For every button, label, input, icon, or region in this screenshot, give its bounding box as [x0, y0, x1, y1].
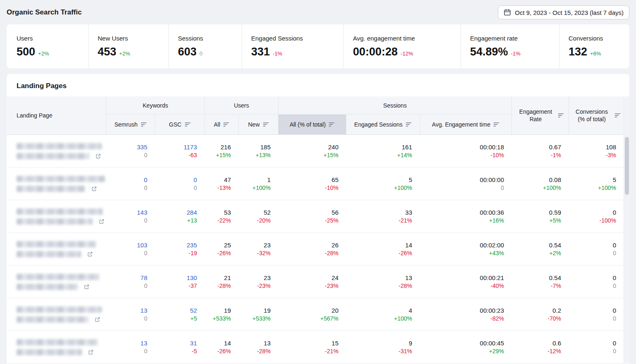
calendar-icon	[504, 9, 511, 16]
cell-value: 21	[224, 274, 231, 281]
semrush-value-link[interactable]: 13	[140, 340, 147, 347]
cell-engaged-sessions: 4+100%	[346, 298, 420, 330]
table-scrollbar-thumb[interactable]	[625, 137, 629, 195]
external-link-icon[interactable]	[88, 349, 94, 355]
column-header-semrush[interactable]: Semrush	[106, 115, 155, 134]
cell-delta: -22%	[217, 217, 231, 224]
sort-icon	[263, 122, 269, 127]
cell-delta: +100%	[252, 184, 271, 191]
sort-icon	[614, 113, 621, 118]
external-link-icon[interactable]	[98, 218, 105, 225]
table-header: Landing Page Keywords Users Sessions Eng…	[7, 96, 624, 135]
redacted-landing-page-text	[17, 284, 78, 290]
cell-value: 14	[224, 340, 231, 347]
gsc-value-link[interactable]: 235	[187, 242, 197, 249]
gsc-value-link[interactable]: 130	[187, 274, 197, 281]
cell-delta: -28%	[325, 250, 338, 256]
cell-value: 65	[331, 176, 338, 183]
stat-label: Users	[17, 35, 88, 42]
cell-value: 108	[606, 144, 616, 151]
cell-value: 00:00:45	[480, 340, 504, 347]
cell-delta: +533%	[252, 315, 271, 322]
landing-pages-title: Landing Pages	[7, 74, 629, 96]
cell-delta: -32%	[257, 250, 271, 256]
external-link-icon[interactable]	[84, 284, 90, 290]
gsc-value-link[interactable]: 284	[187, 209, 197, 216]
cell-value: 20	[331, 307, 338, 314]
cell-value: 4	[409, 307, 412, 314]
semrush-value-link[interactable]: 13	[140, 307, 147, 314]
table-scrollbar[interactable]	[624, 96, 629, 364]
table-row: 13031-514-26%13-28%15-21%9-31%00:00:45+2…	[7, 331, 624, 364]
semrush-value-link[interactable]: 0	[144, 176, 147, 183]
cell-value: 0	[613, 242, 616, 249]
stat-label: Conversions	[569, 35, 629, 42]
stat-conversions: Conversions 132 +6%	[559, 24, 629, 68]
cell-delta: 0	[613, 250, 616, 256]
cell-delta: +15%	[216, 152, 231, 158]
cell-value: 23	[264, 274, 271, 281]
cell-value: 13	[405, 274, 412, 281]
cell-users-new: 185+13%	[238, 135, 278, 167]
column-header-users-new[interactable]: New	[238, 115, 278, 134]
cell-delta: +14%	[397, 152, 412, 158]
cell-value: 0.59	[549, 209, 561, 216]
cell-avg-engagement-time: 00:00:000	[420, 168, 511, 200]
cell-delta: +533%	[213, 315, 231, 322]
cell-value: 00:00:18	[480, 144, 504, 151]
column-header-avg-engagement-time[interactable]: Avg. Engagement time	[420, 115, 511, 134]
column-header-sessions-all[interactable]: All (% of total)	[278, 115, 346, 134]
cell-delta: +100%	[543, 184, 561, 191]
semrush-value-link[interactable]: 143	[137, 209, 147, 216]
semrush-value-link[interactable]: 103	[137, 242, 147, 249]
cell-delta: -12%	[547, 348, 561, 354]
redacted-landing-page-text	[17, 143, 102, 149]
external-link-icon[interactable]	[91, 186, 97, 192]
cell-value: 161	[402, 144, 412, 151]
cell-delta: +16%	[489, 217, 504, 224]
column-header-engagement-rate[interactable]: Engagement Rate	[511, 96, 569, 134]
column-header-label: Engaged Sessions	[354, 121, 403, 128]
gsc-value-link[interactable]: 1173	[184, 144, 197, 151]
column-header-engaged-sessions[interactable]: Engaged Sessions	[346, 115, 420, 134]
cell-engaged-sessions: 33-21%	[346, 200, 420, 232]
column-header-gsc[interactable]: GSC	[155, 115, 204, 134]
stat-value: 453	[98, 46, 116, 58]
date-range-picker[interactable]: Oct 9, 2023 - Oct 15, 2023 (last 7 days)	[498, 5, 629, 19]
cell-value: 24	[331, 274, 338, 281]
cell-delta: -100%	[600, 217, 616, 224]
redacted-landing-page-text	[17, 339, 98, 345]
gsc-value-link[interactable]: 52	[190, 307, 197, 314]
cell-value: 14	[405, 242, 412, 249]
redacted-landing-page-text	[17, 307, 102, 313]
summary-metrics-card: Users 500 +2% New Users 453 +2% Sessions…	[7, 24, 629, 68]
gsc-value-link[interactable]: 0	[194, 176, 197, 183]
table-row: 000047-13%1+100%65-10%5+100%00:00:0000.0…	[7, 168, 624, 200]
cell-sessions-all: 26-28%	[278, 233, 346, 265]
cell-gsc: 1173-63	[155, 135, 204, 167]
column-header-conversions[interactable]: Conversions (% of total)	[569, 96, 624, 134]
redacted-landing-page-text	[17, 186, 85, 192]
cell-semrush: 1030	[106, 233, 155, 265]
cell-value: 0.54	[549, 242, 561, 249]
cell-value: 00:00:00	[480, 176, 504, 183]
external-link-icon[interactable]	[87, 251, 93, 257]
cell-value: 15	[331, 340, 338, 347]
stat-engagement-rate: Engagement rate 54.89% -1%	[461, 24, 559, 68]
cell-users-new: 19+533%	[238, 298, 278, 330]
semrush-value-link[interactable]: 335	[137, 144, 147, 151]
stat-label: Engagement rate	[470, 35, 559, 42]
cell-sessions-all: 24-23%	[278, 266, 346, 298]
cell-conversions: 00	[569, 331, 624, 363]
landing-page-cell	[7, 266, 106, 298]
semrush-value-link[interactable]: 78	[140, 274, 147, 281]
gsc-value-link[interactable]: 31	[190, 340, 197, 347]
cell-users-new: 23-32%	[238, 233, 278, 265]
cell-delta: -26%	[217, 250, 231, 256]
column-header-users-all[interactable]: All	[204, 115, 238, 134]
external-link-icon[interactable]	[95, 153, 101, 159]
cell-sessions-all: 20+567%	[278, 298, 346, 330]
external-link-icon[interactable]	[94, 316, 101, 323]
cell-conversions: 5+100%	[569, 168, 624, 200]
redacted-landing-page-text	[17, 274, 99, 280]
